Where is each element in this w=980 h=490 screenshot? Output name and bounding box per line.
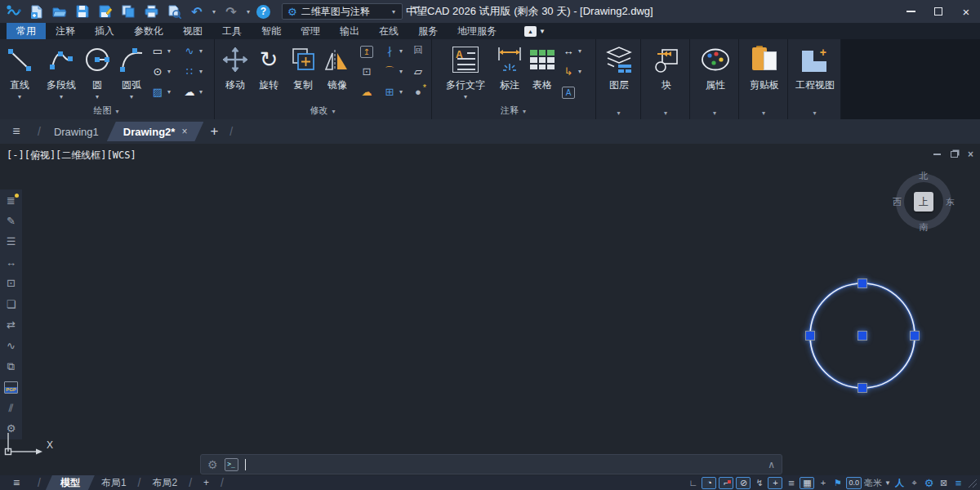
command-input[interactable] (252, 455, 762, 474)
compass-north[interactable]: 北 (920, 170, 929, 182)
annotate-panel-footer[interactable]: 注释 ▾ (433, 105, 595, 117)
polar-tracking-icon[interactable]: ◔ (702, 477, 716, 489)
unit-label[interactable]: 毫米 (864, 477, 882, 489)
grip-south[interactable] (858, 384, 867, 393)
leader-tool[interactable]: ↳ ▾ (562, 66, 583, 77)
linear-dim-tool[interactable]: ↔ ▾ (562, 46, 583, 56)
point-tool[interactable]: ∷ ▾ (183, 66, 204, 77)
polyline-edit-icon[interactable]: ∿ (4, 338, 19, 353)
numbered-list-icon[interactable]: ☰ (4, 234, 19, 249)
ribbon-tab-insert[interactable]: 插入 (85, 23, 124, 39)
command-settings-gear-icon[interactable]: ⚙ (207, 458, 218, 471)
help-icon[interactable]: ? (256, 5, 270, 19)
status-menu-icon[interactable]: ≡ (952, 477, 964, 489)
hatch-tool[interactable]: ▨ ▾ (151, 87, 172, 97)
line-button[interactable]: 直线 ▾ (3, 42, 36, 100)
mtext-button[interactable]: A 多行文字 ▾ (443, 42, 488, 100)
annotation-menu-icon[interactable]: ≡ (785, 477, 797, 489)
grip-north[interactable] (858, 279, 867, 288)
rectangle-tool[interactable]: ▭ ▾ (151, 46, 172, 56)
redo-dropdown-icon[interactable]: ▾ (245, 8, 252, 16)
properties-button[interactable]: 属性 (700, 42, 731, 92)
ribbon-tab-manage[interactable]: 管理 (291, 23, 330, 39)
redo-icon[interactable]: ↷ (222, 2, 240, 20)
doc-minimize-button[interactable] (933, 154, 941, 155)
new-layout-button[interactable]: + (197, 475, 216, 490)
document-menu-icon[interactable]: ≡ (0, 124, 33, 139)
grip-points[interactable] (806, 279, 920, 393)
view-compass[interactable]: 北 南 西 东 上 (893, 171, 955, 233)
ribbon-tab-smart[interactable]: 智能 (252, 23, 291, 39)
ribbon-tab-home[interactable]: 常用 (7, 23, 46, 39)
copy-button[interactable]: 复制 (287, 42, 318, 92)
unit-dropdown-icon[interactable]: ▼ (884, 479, 891, 487)
doc-close-button[interactable]: × (968, 149, 973, 160)
revcloud-tool[interactable]: ☁ ▾ (183, 87, 204, 97)
ribbon-tab-annotate[interactable]: 注释 (46, 23, 85, 39)
smart-assistant-icon[interactable]: 人 (893, 477, 906, 489)
pgp-edit-icon[interactable]: PGP (4, 380, 19, 394)
isometric-draft-icon[interactable]: ▦ (800, 477, 814, 489)
block-insert-icon[interactable]: ⧉ (4, 359, 19, 374)
spline-tool[interactable]: ∿ ▾ (183, 46, 204, 56)
ribbon-tab-output[interactable]: 输出 (330, 23, 369, 39)
explode-tool[interactable]: ● * (412, 87, 425, 97)
quick-select-icon[interactable]: ⊡ (4, 276, 19, 291)
ribbon-tab-parametric[interactable]: 参数化 (124, 23, 173, 39)
ribbon-tab-online[interactable]: 在线 (369, 23, 408, 39)
dimension-button[interactable]: 标注 (495, 42, 524, 92)
join-tool[interactable]: 回 (412, 46, 425, 55)
save-as-icon[interactable] (96, 2, 114, 20)
doc-tab-drawing1[interactable]: Drawing1 (46, 126, 107, 138)
drawing-canvas[interactable]: [-][俯视][二维线框][WCS] × 北 南 西 东 上 ≣ ✎ ☰ ↔ ⊡… (0, 144, 980, 475)
undo-dropdown-icon[interactable]: ▾ (211, 8, 217, 16)
properties-panel-footer[interactable]: ▾ (691, 107, 738, 117)
close-button[interactable]: × (952, 0, 980, 23)
revcloud-edit-tool[interactable]: ☁ (360, 87, 373, 97)
resize-grip[interactable] (967, 478, 977, 488)
grip-east[interactable] (911, 332, 920, 341)
move-button[interactable]: 移动 (220, 42, 250, 92)
layout-menu-icon[interactable]: ≡ (0, 476, 33, 489)
clipboard-panel-footer[interactable]: ▾ (740, 107, 787, 117)
text-style-tool[interactable]: A (562, 87, 575, 99)
add-scale-icon[interactable]: + (817, 477, 829, 489)
array-tool[interactable]: ⊞ ▾ (383, 87, 404, 97)
undo-icon[interactable]: ↶ (188, 2, 206, 20)
compass-east[interactable]: 东 (946, 196, 955, 208)
polyline-button[interactable]: 多段线 ▾ (39, 42, 83, 100)
stretch-tool[interactable]: ↥ (360, 46, 373, 58)
rotate-button[interactable]: ↻ 旋转 (253, 42, 284, 92)
workspace-select[interactable]: ⚙ 二维草图与注释 ▾ (282, 3, 403, 20)
layer-visibility-icon[interactable]: ≣ (4, 193, 19, 207)
flip-icon[interactable]: ⇄ (4, 318, 19, 332)
precision-box[interactable]: 0.0 (846, 477, 862, 489)
mirror-button[interactable]: 镜像 (322, 42, 353, 92)
fullscreen-icon[interactable]: ⊠ (938, 477, 950, 489)
scale-tool[interactable]: ⊡ (360, 66, 373, 77)
line-dropdown-icon[interactable]: ▾ (16, 93, 23, 100)
grip-west[interactable] (806, 332, 815, 341)
layer-panel-footer[interactable]: ▾ (597, 107, 640, 117)
dynamic-input-icon[interactable]: ↯ (753, 477, 765, 489)
ribbon-tab-services[interactable]: 服务 (408, 23, 448, 39)
compass-top-button[interactable]: 上 (914, 192, 933, 212)
grid-snap-icon[interactable]: ⌐ (719, 477, 733, 489)
doc-restore-button[interactable] (951, 151, 958, 158)
new-drawing-button[interactable]: + (203, 123, 225, 140)
quick-dimension-icon[interactable]: ↔ (4, 255, 19, 270)
clipboard-button[interactable]: 剪贴板 (749, 42, 780, 92)
new-file-icon[interactable] (28, 2, 46, 20)
annotation-scale-icon[interactable]: ⚑ (831, 477, 844, 489)
layout-tab-layout2[interactable]: 布局2 (145, 475, 184, 490)
fillet-tool[interactable]: ⌒ ▾ (383, 66, 404, 77)
erase-tool[interactable]: ▱ (412, 66, 425, 77)
measure-icon[interactable]: ⫽ (4, 401, 19, 416)
ribbon-tab-geo[interactable]: 地理服务 (448, 23, 506, 39)
ribbon-tab-tools[interactable]: 工具 (212, 23, 252, 39)
engview-panel-footer[interactable]: ▾ (789, 107, 840, 117)
circle-dropdown-icon[interactable]: ▾ (94, 93, 100, 100)
engview-button[interactable]: + 工程视图 (800, 42, 830, 92)
layer-button[interactable]: 图层 (603, 42, 635, 92)
dynamic-ucs-icon[interactable]: + (768, 477, 782, 489)
